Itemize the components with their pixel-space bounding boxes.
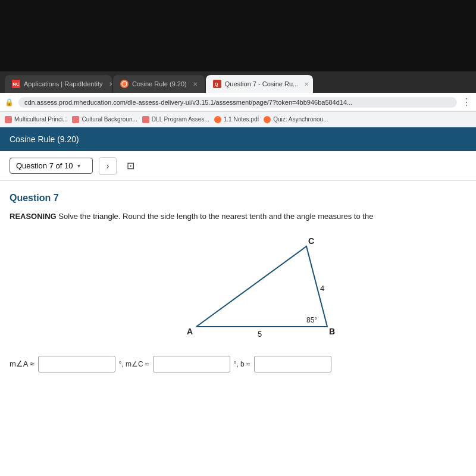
angle-a-input[interactable] <box>38 356 115 372</box>
bookmark-cultural[interactable]: Cultural Backgroun... <box>72 116 137 123</box>
bookmark-question-button[interactable]: ⊡ <box>123 157 138 175</box>
bookmark-dll[interactable]: DLL Program Asses... <box>142 116 209 123</box>
next-arrow-icon: › <box>107 161 109 171</box>
bookmark-label-4: 1.1 Notes.pdf <box>224 116 259 123</box>
triangle-shape <box>196 246 327 327</box>
vertex-a-label: A <box>187 327 193 336</box>
bookmark-multicultural[interactable]: Multicultural Princi... <box>5 116 67 123</box>
bookmark-quiz[interactable]: Quiz: Asynchronou... <box>264 116 328 123</box>
tab-rapididentity[interactable]: NC Applications | RapidIdentity ✕ <box>5 75 112 93</box>
bookmarks-bar: Multicultural Princi... Cultural Backgro… <box>0 112 476 127</box>
bookmark-label-3: DLL Program Asses... <box>152 116 209 123</box>
tab-label-cosine: Cosine Rule (9.20) <box>132 80 187 87</box>
browser-window: NC Applications | RapidIdentity ✕ Cosine… <box>0 71 476 476</box>
bookmark-label-1: Multicultural Princi... <box>14 116 67 123</box>
instruction-text: Solve the triangle. Round the side lengt… <box>57 212 374 221</box>
tab-bar: NC Applications | RapidIdentity ✕ Cosine… <box>0 71 476 93</box>
tab-cosine-rule[interactable]: Cosine Rule (9.20) ✕ <box>113 75 205 93</box>
tab-favicon-cosine <box>120 80 129 88</box>
menu-icon[interactable]: ⋮ <box>462 96 471 108</box>
bookmark-label-2: Cultural Backgroun... <box>82 116 137 123</box>
question-instruction: REASONING Solve the triangle. Round the … <box>10 211 466 223</box>
side-bc-label: 4 <box>320 284 324 293</box>
bookmark-icon: ⊡ <box>127 160 134 171</box>
vertex-b-label: B <box>329 327 335 336</box>
angle-b-label: 85° <box>306 316 317 324</box>
svg-text:Q: Q <box>215 82 218 87</box>
svg-point-0 <box>122 82 127 86</box>
side-ab-label: 5 <box>258 330 262 339</box>
laptop-bezel <box>0 0 476 71</box>
vertex-c-label: C <box>308 236 314 246</box>
b-input[interactable] <box>254 356 331 372</box>
angle-a-label: m∠A ≈ <box>10 359 35 368</box>
bookmark-icon-2 <box>72 116 79 123</box>
chevron-down-icon: ▾ <box>77 162 80 169</box>
address-input[interactable] <box>18 97 457 108</box>
bookmark-icon-4 <box>214 116 221 123</box>
lock-icon: 🔒 <box>5 98 14 107</box>
address-bar: 🔒 ⋮ <box>0 93 476 112</box>
triangle-diagram: A B C 5 4 85° <box>57 234 466 342</box>
angle-a-unit: °, m∠C ≈ <box>119 360 149 368</box>
tab-label-nc: Applications | RapidIdentity <box>24 80 103 87</box>
tab-close-nc[interactable]: ✕ <box>109 81 112 87</box>
tab-question7[interactable]: Q Question 7 - Cosine Ru... ✕ <box>206 75 313 93</box>
tab-label-q7: Question 7 - Cosine Ru... <box>225 80 299 87</box>
app-header-title: Cosine Rule (9.20) <box>10 134 79 144</box>
triangle-svg: A B C 5 4 85° <box>178 234 345 342</box>
question-content: Question 7 REASONING Solve the triangle.… <box>0 181 476 476</box>
app-header: Cosine Rule (9.20) <box>0 127 476 151</box>
angle-c-input[interactable] <box>153 356 230 372</box>
bookmark-icon-1 <box>5 116 12 123</box>
question-nav-bar: Question 7 of 10 ▾ › ⊡ <box>0 151 476 181</box>
tab-close-q7[interactable]: ✕ <box>304 81 309 87</box>
answer-row: m∠A ≈ °, m∠C ≈ °, b ≈ <box>10 356 466 372</box>
next-question-button[interactable]: › <box>99 157 117 175</box>
tab-close-cosine[interactable]: ✕ <box>193 81 198 87</box>
tab-favicon-q7: Q <box>213 80 221 88</box>
angle-c-unit: °, b ≈ <box>234 360 250 368</box>
bookmark-icon-3 <box>142 116 149 123</box>
bookmark-notes[interactable]: 1.1 Notes.pdf <box>214 116 259 123</box>
content-area: Cosine Rule (9.20) Question 7 of 10 ▾ › … <box>0 127 476 476</box>
question-selector-dropdown[interactable]: Question 7 of 10 ▾ <box>10 158 93 174</box>
question-selector-label: Question 7 of 10 <box>16 161 73 170</box>
reasoning-label: REASONING <box>10 212 57 221</box>
bookmark-label-5: Quiz: Asynchronou... <box>273 116 328 123</box>
question-title: Question 7 <box>10 193 466 203</box>
tab-favicon-nc: NC <box>12 80 20 88</box>
bookmark-icon-5 <box>264 116 271 123</box>
